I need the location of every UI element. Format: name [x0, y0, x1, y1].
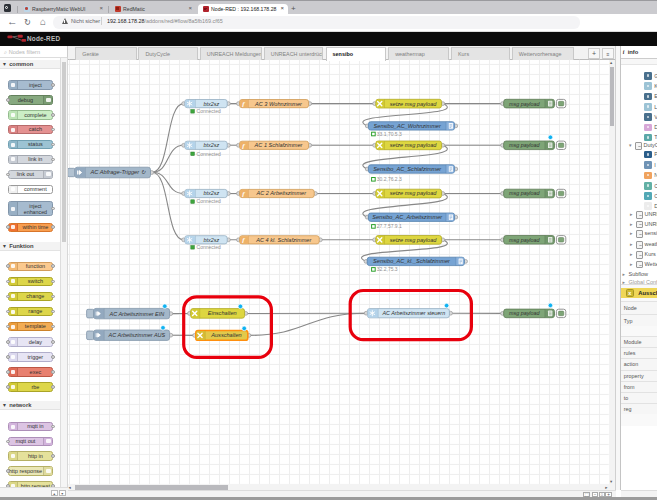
- svg-text:setze msg payload: setze msg payload: [390, 190, 438, 196]
- svg-text:btx2sz: btx2sz: [204, 142, 220, 148]
- svg-text:msg payload: msg payload: [509, 190, 541, 196]
- svg-text:AC 2 Arbeitszimmer: AC 2 Arbeitszimmer: [256, 190, 308, 196]
- svg-text:AC Arbeitszimmer steuern: AC Arbeitszimmer steuern: [381, 310, 445, 316]
- svg-text:setze msg payload: setze msg payload: [390, 237, 438, 243]
- svg-text:btx2sz: btx2sz: [204, 237, 220, 243]
- svg-text:30.2,76.2.3: 30.2,76.2.3: [377, 176, 402, 182]
- svg-text:Sensibo_AC_kl._Schlafzimmer: Sensibo_AC_kl._Schlafzimmer: [373, 258, 451, 264]
- svg-text:msg payload: msg payload: [509, 142, 541, 148]
- svg-text:btx2sz: btx2sz: [204, 190, 220, 196]
- svg-text:AC Arbeitszimmer AUS: AC Arbeitszimmer AUS: [108, 332, 166, 338]
- svg-text:setze msg payload: setze msg payload: [390, 101, 438, 107]
- svg-text:Connected: Connected: [197, 244, 221, 250]
- svg-text:msg payload: msg payload: [509, 101, 541, 107]
- svg-text:Sensibo_AC_Schlafzimmer: Sensibo_AC_Schlafzimmer: [373, 166, 442, 172]
- svg-text:msg payload: msg payload: [509, 310, 541, 316]
- svg-text:msg payload: msg payload: [509, 237, 541, 243]
- svg-text:Einschalten: Einschalten: [208, 310, 237, 316]
- svg-text:AC 3 Wohnzimmer: AC 3 Wohnzimmer: [254, 101, 303, 107]
- svg-text:AC Abfrage-Trigger ↻: AC Abfrage-Trigger ↻: [89, 169, 145, 175]
- svg-text:setze msg payload: setze msg payload: [390, 142, 438, 148]
- svg-text:AC 1 Schlafzimmer: AC 1 Schlafzimmer: [254, 142, 304, 148]
- svg-text:Connected: Connected: [197, 151, 221, 157]
- svg-text:Ausschalten: Ausschalten: [210, 332, 241, 338]
- svg-text:AC Arbeitszimmer EIN: AC Arbeitszimmer EIN: [108, 311, 164, 317]
- svg-text:27.7,57.9.1: 27.7,57.9.1: [377, 223, 402, 229]
- svg-text:Connected: Connected: [197, 108, 221, 114]
- svg-text:32.2,75.3: 32.2,75.3: [377, 266, 398, 272]
- svg-text:33.1,70.5.3: 33.1,70.5.3: [377, 131, 402, 137]
- svg-text:Sensibo_AC_Wohnzimmer: Sensibo_AC_Wohnzimmer: [374, 123, 442, 129]
- svg-text:AC 4 kl. Schlafzimmer: AC 4 kl. Schlafzimmer: [255, 237, 312, 243]
- svg-text:Sensibo_AC_Arbeitszimmer: Sensibo_AC_Arbeitszimmer: [372, 214, 443, 220]
- svg-text:Connected: Connected: [197, 198, 221, 204]
- svg-text:btx2sz: btx2sz: [204, 101, 220, 107]
